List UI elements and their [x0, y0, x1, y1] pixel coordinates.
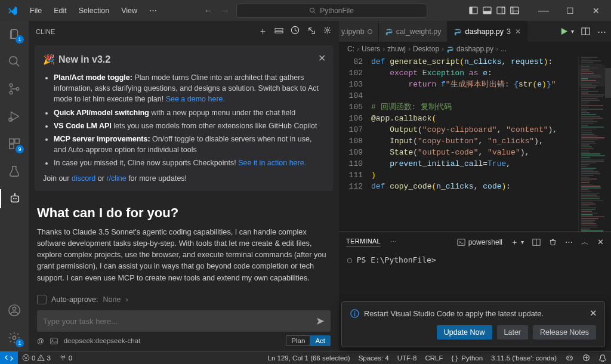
status-indent[interactable]: Spaces: 4 — [354, 351, 393, 364]
python-file-icon — [385, 27, 393, 36]
menu-view[interactable]: View — [116, 4, 142, 17]
mode-toggle: Plan Act — [286, 335, 331, 346]
search-icon[interactable] — [0, 52, 29, 71]
card-heading: New in v3.2 — [58, 53, 110, 66]
status-prettier-icon[interactable] — [578, 351, 594, 364]
status-encoding[interactable]: UTF-8 — [393, 351, 421, 364]
command-center[interactable]: PythonFile — [236, 4, 427, 18]
scrollbar-icon[interactable] — [605, 56, 611, 232]
source-control-icon[interactable] — [0, 79, 29, 98]
panel-more-actions-icon[interactable]: ⋯ — [565, 237, 573, 246]
status-ports[interactable]: 0 — [55, 351, 76, 364]
tab-close-icon[interactable]: ✕ — [515, 27, 521, 36]
split-editor-icon[interactable] — [581, 27, 590, 36]
layout-sidebar-left-icon[interactable] — [469, 6, 478, 15]
mcp-icon[interactable] — [274, 26, 283, 37]
search-icon — [309, 7, 316, 14]
terminal-shell-label[interactable]: powershell — [457, 238, 502, 246]
window-maximize-icon[interactable]: ☐ — [560, 6, 580, 16]
image-attach-icon[interactable] — [50, 337, 58, 345]
minimap[interactable]: /* decorative lines */ — [578, 56, 611, 232]
panel-maximize-icon[interactable]: ︿ — [581, 237, 589, 248]
editor-more-icon[interactable]: ⋯ — [597, 26, 606, 37]
notification-message: Restart Visual Studio Code to apply the … — [364, 310, 544, 318]
bullet-4: MCP server improvements: On/off toggle t… — [54, 134, 325, 155]
chat-input[interactable] — [43, 317, 294, 326]
mode-plan-button[interactable]: Plan — [286, 335, 310, 346]
mode-act-button[interactable]: Act — [310, 335, 331, 346]
window-minimize-icon[interactable]: — — [533, 4, 554, 17]
cline-icon[interactable] — [0, 189, 29, 208]
new-task-icon[interactable]: ＋ — [258, 26, 267, 37]
explorer-icon[interactable]: 1 — [0, 24, 29, 44]
status-problems[interactable]: 0 3 — [18, 351, 55, 364]
terminal-new-icon[interactable]: ＋ — [511, 237, 519, 248]
layout-sidebar-right-icon[interactable] — [496, 6, 505, 15]
terminal-tab[interactable]: TERMINAL — [346, 237, 381, 247]
accounts-icon[interactable] — [0, 301, 29, 320]
auto-approve-toggle[interactable]: Auto-approve: None › — [37, 295, 331, 304]
status-cursor[interactable]: Ln 129, Col 1 (66 selected) — [264, 351, 354, 364]
run-file-icon[interactable] — [560, 27, 569, 36]
run-dropdown-icon[interactable]: ▾ — [571, 28, 574, 35]
svg-point-11 — [10, 57, 17, 64]
extensions-icon[interactable]: 9 — [0, 134, 29, 153]
at-icon[interactable]: @ — [37, 337, 44, 344]
testing-icon[interactable] — [0, 162, 29, 181]
notification-close-icon[interactable]: ✕ — [590, 308, 597, 319]
svg-point-47 — [568, 357, 569, 359]
svg-line-12 — [16, 63, 20, 67]
auto-approve-checkbox-icon[interactable] — [37, 295, 47, 304]
card-close-icon[interactable]: ✕ — [318, 51, 326, 65]
tab-ipynb[interactable]: y.ipynb — [339, 21, 379, 42]
status-language[interactable]: { }Python — [447, 351, 487, 364]
panel-settings-icon[interactable] — [323, 26, 332, 37]
status-copilot-icon[interactable] — [561, 351, 578, 364]
later-button[interactable]: Later — [497, 325, 529, 340]
panel-close-icon[interactable]: ✕ — [597, 237, 604, 246]
settings-icon[interactable]: 1 — [0, 328, 29, 347]
vscode-logo-icon — [7, 5, 18, 16]
window-close-icon[interactable]: ✕ — [586, 6, 606, 16]
claude-link[interactable]: Claude 3.5 Sonnet's agentic coding capab… — [72, 228, 233, 236]
terminal-new-dropdown-icon[interactable]: ▾ — [521, 239, 524, 245]
terminal-split-icon[interactable] — [532, 238, 541, 246]
layout-customize-icon[interactable] — [510, 6, 519, 15]
release-notes-button[interactable]: Release Notes — [533, 325, 596, 340]
run-debug-icon[interactable] — [0, 107, 29, 126]
chat-input-container: ➤ — [37, 310, 331, 332]
svg-rect-41 — [354, 313, 355, 316]
python-file-icon — [453, 27, 462, 36]
breadcrumbs[interactable]: C:› Users› zhuwj› Desktop› dashapp.py› .… — [339, 42, 611, 56]
update-now-button[interactable]: Update Now — [437, 325, 492, 340]
terminal-shell-icon — [457, 238, 465, 246]
nav-back-icon[interactable]: ← — [204, 5, 214, 16]
nav-forward-icon[interactable]: → — [221, 5, 230, 16]
code-editor[interactable]: 82 102 103 104 105 106 107 108 109 110 1… — [339, 56, 611, 232]
menu-edit[interactable]: Edit — [49, 4, 72, 17]
status-notifications-icon[interactable] — [594, 351, 611, 364]
activity-bar: 1 9 — [0, 21, 29, 351]
svg-point-0 — [310, 8, 314, 12]
popout-icon[interactable] — [307, 26, 316, 37]
menu-more-icon[interactable]: ⋯ — [144, 4, 162, 17]
layout-panel-icon[interactable] — [483, 6, 492, 15]
discord-link[interactable]: discord — [72, 174, 95, 183]
remote-indicator-icon[interactable] — [0, 351, 18, 364]
svg-point-45 — [62, 356, 63, 357]
history-icon[interactable] — [291, 26, 300, 37]
tab-dashapp[interactable]: dashapp.py 3 ✕ — [448, 21, 527, 42]
statusbar: 0 3 0 Ln 129, Col 1 (66 selected) Spaces… — [0, 351, 611, 364]
panel-more-icon[interactable]: ⋯ — [390, 238, 397, 246]
model-label[interactable]: deepseek:deepseek-chat — [64, 337, 141, 344]
tab-cal-weight[interactable]: cal_weight.py — [379, 21, 448, 42]
status-interpreter[interactable]: 3.11.5 ('base': conda) — [487, 351, 561, 364]
menu-selection[interactable]: Selection — [74, 4, 114, 17]
menu-file[interactable]: File — [25, 4, 47, 17]
checkpoints-link[interactable]: See it in action here. — [238, 159, 306, 167]
status-eol[interactable]: CRLF — [421, 351, 447, 364]
terminal-kill-icon[interactable] — [549, 238, 557, 246]
demo-link[interactable]: See a demo here. — [166, 95, 225, 103]
rcline-link[interactable]: r/cline — [106, 174, 126, 183]
send-icon[interactable]: ➤ — [316, 314, 325, 328]
